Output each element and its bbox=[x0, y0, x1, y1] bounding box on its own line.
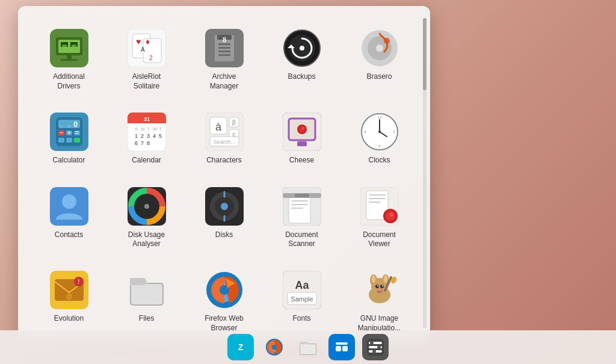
app-item-archive-manager[interactable]: 8 ArchiveManager bbox=[185, 18, 263, 102]
document-viewer-icon bbox=[360, 187, 399, 226]
svg-point-94 bbox=[144, 204, 149, 209]
svg-rect-101 bbox=[291, 200, 308, 202]
svg-rect-152 bbox=[336, 342, 348, 345]
files-taskbar-icon bbox=[298, 338, 318, 357]
app-item-disk-usage[interactable]: Disk UsageAnalyser bbox=[108, 176, 185, 260]
software-taskbar-icon bbox=[333, 339, 350, 356]
scrollbar-track[interactable] bbox=[423, 18, 427, 328]
evolution-icon: @ ! bbox=[50, 271, 88, 309]
taskbar-software[interactable] bbox=[328, 334, 355, 360]
disk-usage-label: Disk UsageAnalyser bbox=[128, 230, 165, 249]
svg-point-159 bbox=[370, 341, 374, 345]
disks-label: Disks bbox=[215, 230, 233, 240]
svg-point-27 bbox=[300, 46, 304, 51]
app-item-cheese[interactable]: Cheese bbox=[263, 102, 340, 176]
svg-point-134 bbox=[372, 276, 375, 283]
svg-point-113 bbox=[390, 213, 393, 217]
document-viewer-label: DocumentViewer bbox=[363, 230, 396, 249]
svg-text:=: = bbox=[75, 129, 78, 136]
clocks-label: Clocks bbox=[368, 156, 390, 165]
svg-rect-154 bbox=[342, 346, 348, 351]
svg-text:!: ! bbox=[78, 279, 79, 285]
svg-text:2: 2 bbox=[141, 133, 144, 139]
svg-point-78 bbox=[302, 127, 304, 129]
apps-grid: AdditionalDrivers ♥ ♦ A 2 bbox=[18, 6, 430, 340]
svg-text:Aa: Aa bbox=[295, 279, 309, 291]
contacts-label: Contacts bbox=[55, 230, 83, 240]
app-item-disks[interactable]: Disks bbox=[185, 176, 263, 260]
svg-point-84 bbox=[378, 131, 381, 133]
app-item-backups[interactable]: Backups bbox=[263, 18, 340, 102]
app-item-fonts[interactable]: Aa Sample Fonts bbox=[263, 260, 340, 340]
svg-text:Z: Z bbox=[238, 342, 244, 352]
app-item-gimp[interactable]: GNU ImageManipulatio... bbox=[340, 260, 418, 340]
taskbar: Z bbox=[0, 330, 616, 364]
svg-rect-21 bbox=[218, 47, 230, 49]
archive-manager-label: ArchiveManager bbox=[210, 72, 238, 91]
svg-point-139 bbox=[382, 285, 383, 286]
fonts-icon: Aa Sample bbox=[283, 271, 321, 309]
scrollbar-thumb[interactable] bbox=[423, 18, 427, 90]
svg-text:A: A bbox=[141, 46, 145, 53]
firefox-icon bbox=[205, 271, 244, 309]
taskbar-zorin[interactable]: Z bbox=[227, 334, 254, 360]
app-item-contacts[interactable]: Contacts bbox=[30, 176, 108, 260]
aisle-riot-icon: ♥ ♦ A 2 bbox=[128, 29, 166, 67]
svg-point-30 bbox=[376, 45, 383, 52]
app-item-brasero[interactable]: Brasero bbox=[340, 18, 418, 102]
svg-text:4: 4 bbox=[153, 133, 156, 139]
app-item-clocks[interactable]: 12 3 6 9 Clocks bbox=[340, 102, 418, 176]
taskbar-files[interactable] bbox=[295, 334, 321, 360]
additional-drivers-icon bbox=[50, 29, 88, 67]
app-drawer: AdditionalDrivers ♥ ♦ A 2 bbox=[18, 6, 430, 340]
svg-text:M: M bbox=[141, 126, 145, 132]
svg-text:1: 1 bbox=[135, 133, 138, 139]
app-item-characters[interactable]: à β ç Search... Characters bbox=[185, 102, 263, 176]
taskbar-settings[interactable] bbox=[362, 334, 389, 360]
app-item-files[interactable]: Files bbox=[108, 260, 185, 340]
app-item-firefox[interactable]: Firefox WebBrowser bbox=[185, 260, 263, 340]
calculator-icon: 0 ÷ × − + = bbox=[50, 113, 88, 151]
evolution-label: Evolution bbox=[54, 314, 84, 324]
svg-rect-79 bbox=[297, 141, 307, 146]
brasero-label: Brasero bbox=[366, 72, 392, 82]
svg-text:W: W bbox=[153, 126, 158, 132]
document-scanner-icon bbox=[283, 187, 321, 226]
app-item-calculator[interactable]: 0 ÷ × − + = Calculator bbox=[30, 102, 108, 176]
backups-icon bbox=[283, 29, 321, 67]
app-item-additional-drivers[interactable]: AdditionalDrivers bbox=[30, 18, 108, 102]
svg-text:31: 31 bbox=[143, 116, 149, 122]
svg-text:♥: ♥ bbox=[136, 37, 141, 46]
taskbar-firefox[interactable] bbox=[261, 334, 288, 360]
settings-taskbar-icon bbox=[367, 339, 384, 356]
svg-point-136 bbox=[375, 285, 379, 288]
document-scanner-label: DocumentScanner bbox=[285, 230, 318, 249]
app-item-calendar[interactable]: 31 S M T W T 1 2 3 4 5 6 7 8 bbox=[108, 102, 185, 176]
svg-point-135 bbox=[384, 276, 387, 283]
svg-rect-121 bbox=[131, 284, 162, 304]
svg-rect-5 bbox=[62, 45, 67, 47]
clocks-icon: 12 3 6 9 bbox=[360, 113, 399, 151]
svg-rect-41 bbox=[74, 138, 80, 143]
characters-label: Characters bbox=[206, 156, 242, 165]
gimp-icon bbox=[360, 271, 399, 309]
svg-rect-105 bbox=[295, 194, 309, 197]
cheese-icon bbox=[283, 113, 321, 151]
app-item-document-viewer[interactable]: DocumentViewer bbox=[340, 176, 418, 260]
firefox-taskbar-icon bbox=[265, 338, 284, 357]
app-item-aisle-riot[interactable]: ♥ ♦ A 2 AisleRiotSolitaire bbox=[108, 18, 185, 102]
aisle-riot-label: AisleRiotSolitaire bbox=[132, 72, 161, 91]
svg-rect-103 bbox=[291, 208, 303, 209]
app-item-evolution[interactable]: @ ! Evolution bbox=[30, 260, 108, 340]
backups-label: Backups bbox=[288, 72, 315, 82]
svg-text:8: 8 bbox=[222, 36, 226, 43]
svg-rect-40 bbox=[66, 138, 72, 143]
disk-usage-icon bbox=[128, 187, 166, 226]
svg-text:♦: ♦ bbox=[146, 37, 150, 46]
app-item-document-scanner[interactable]: DocumentScanner bbox=[263, 176, 340, 260]
svg-point-31 bbox=[384, 38, 390, 44]
svg-text:6: 6 bbox=[135, 140, 138, 146]
characters-icon: à β ç Search... bbox=[205, 113, 244, 151]
svg-text:à: à bbox=[215, 121, 221, 133]
svg-point-137 bbox=[380, 285, 384, 288]
